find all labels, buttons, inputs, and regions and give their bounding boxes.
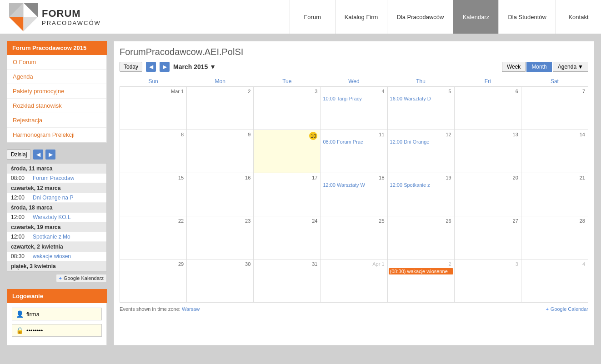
nav-tab-pracodawcy[interactable]: Dla Pracodawców xyxy=(387,0,453,34)
col-sun: Sun xyxy=(120,76,187,87)
cal-event[interactable]: (08:30) wakacje wiosenne xyxy=(389,268,453,274)
cal-day-num: 11 xyxy=(321,131,386,138)
agenda-label: Agenda xyxy=(558,64,576,70)
table-row[interactable]: 410:00 Targi Pracy xyxy=(321,87,387,130)
table-row[interactable]: 1108:00 Forum Prac xyxy=(321,130,387,173)
cal-event-link[interactable]: 12:00 Spotkanie z xyxy=(390,182,430,188)
table-row[interactable]: 13 xyxy=(454,130,521,173)
password-field: 🔒 xyxy=(12,324,102,337)
table-row[interactable]: Mar 1 xyxy=(120,87,187,130)
cal-event[interactable]: 12:00 Dni Orange xyxy=(389,139,453,145)
table-row[interactable]: 25 xyxy=(321,216,387,259)
logo-title: FORUM xyxy=(42,8,101,20)
mini-event-item[interactable]: 12:00Warsztaty KO.L xyxy=(7,213,106,222)
cal-event[interactable]: 12:00 Spotkanie z xyxy=(389,182,453,188)
mini-event-item[interactable]: 08:30wakacje wiosen xyxy=(7,252,106,261)
cal-week-row: Mar 123410:00 Targi Pracy516:00 Warsztat… xyxy=(120,87,588,130)
cal-event-link[interactable]: 16:00 Warsztaty D xyxy=(390,96,431,101)
table-row[interactable]: 7 xyxy=(521,87,588,130)
cal-event[interactable]: 16:00 Warsztaty D xyxy=(389,95,453,102)
table-row[interactable]: 1912:00 Spotkanie z xyxy=(387,173,454,216)
sidebar-item-o-forum[interactable]: O Forum xyxy=(7,55,106,70)
login-body: 👤 🔒 xyxy=(7,303,107,345)
table-row[interactable]: 29 xyxy=(120,259,187,303)
username-input[interactable] xyxy=(26,311,95,318)
cal-day-num: 6 xyxy=(456,88,520,95)
cal-event-link[interactable]: 10:00 Targi Pracy xyxy=(323,96,361,101)
table-row[interactable]: 4 xyxy=(521,259,588,303)
table-row[interactable]: 28 xyxy=(521,216,588,259)
cal-week-btn[interactable]: Week xyxy=(502,62,526,72)
cal-event[interactable]: 12:00 Warsztaty W xyxy=(321,182,386,188)
cal-event-link[interactable]: 08:00 Forum Prac xyxy=(323,139,363,145)
table-row[interactable]: 26 xyxy=(387,216,454,259)
cal-day-num: 12 xyxy=(389,131,453,138)
cal-event-link[interactable]: 12:00 Dni Orange xyxy=(390,139,430,145)
table-row[interactable]: 17 xyxy=(254,173,321,216)
table-row[interactable]: 23 xyxy=(187,216,254,259)
mini-cal-today-btn[interactable]: Dzisiaj xyxy=(7,150,31,160)
mini-event-title: Spotkanie z Mo xyxy=(33,234,70,240)
login-header: Logowanie xyxy=(7,289,107,303)
mini-cal-prev-btn[interactable]: ◀ xyxy=(33,150,43,160)
table-row[interactable]: 1212:00 Dni Orange xyxy=(387,130,454,173)
cal-event[interactable]: 10:00 Targi Pracy xyxy=(321,95,386,102)
nav-tab-studenci[interactable]: Dla Studentów xyxy=(498,0,556,34)
sidebar-item-pakiety[interactable]: Pakiety promocyjne xyxy=(7,84,106,99)
table-row[interactable]: 3 xyxy=(254,87,321,130)
mini-event-item[interactable]: 08:00Forum Pracodaw xyxy=(7,174,106,183)
mini-event-item[interactable]: 12:00Spotkanie z Mo xyxy=(7,232,106,242)
sidebar-item-agenda[interactable]: Agenda xyxy=(7,70,106,84)
cal-month-dropdown[interactable]: ▼ xyxy=(210,63,216,70)
cal-week-row: 89101108:00 Forum Prac1212:00 Dni Orange… xyxy=(120,130,588,173)
table-row[interactable]: 9 xyxy=(187,130,254,173)
cal-day-num: 16 xyxy=(188,174,252,181)
table-row[interactable]: Apr 1 xyxy=(321,259,387,303)
col-mon: Mon xyxy=(187,76,254,87)
mini-event-item[interactable]: 12:00Dni Orange na P xyxy=(7,193,106,203)
table-row[interactable]: 2 xyxy=(187,87,254,130)
google-calendar-link[interactable]: + Google Calendar xyxy=(546,306,588,312)
cal-timezone-link[interactable]: Warsaw xyxy=(182,306,200,312)
cal-day-num: 7 xyxy=(522,88,587,95)
nav-tab-forum[interactable]: Forum xyxy=(290,0,335,34)
table-row[interactable]: 24 xyxy=(254,216,321,259)
table-row[interactable]: 27 xyxy=(454,216,521,259)
table-row[interactable]: 21 xyxy=(521,173,588,216)
table-row[interactable]: 2(08:30) wakacje wiosenne xyxy=(387,259,454,303)
table-row[interactable]: 16 xyxy=(187,173,254,216)
mini-cal-next-btn[interactable]: ▶ xyxy=(45,150,55,160)
cal-day-num: 18 xyxy=(321,174,386,181)
cal-event-link[interactable]: 12:00 Warsztaty W xyxy=(323,182,365,188)
table-row[interactable]: 31 xyxy=(254,259,321,303)
cal-prev-btn[interactable]: ◀ xyxy=(146,62,156,72)
table-row[interactable]: 30 xyxy=(187,259,254,303)
google-cal-link[interactable]: + Google Kalendarz xyxy=(56,274,107,282)
table-row[interactable]: 10 xyxy=(254,130,321,173)
table-row[interactable]: 6 xyxy=(454,87,521,130)
sidebar-item-rozklad[interactable]: Rozkład stanowisk xyxy=(7,99,106,113)
mini-event-time: 12:00 xyxy=(11,194,29,201)
table-row[interactable]: 14 xyxy=(521,130,588,173)
password-input[interactable] xyxy=(26,327,95,334)
sidebar-item-harmonogram[interactable]: Harmonogram Prelekcji xyxy=(7,128,106,142)
mini-event-day: środa, 18 marca xyxy=(7,203,106,213)
cal-next-btn[interactable]: ▶ xyxy=(160,62,170,72)
cal-agenda-btn[interactable]: Agenda ▼ xyxy=(553,62,588,72)
nav-tab-kalendarz[interactable]: Kalendarz xyxy=(453,0,498,34)
table-row[interactable]: 1812:00 Warsztaty W xyxy=(321,173,387,216)
cal-day-num: 13 xyxy=(456,131,520,138)
nav-tab-kontakt[interactable]: Kontakt xyxy=(556,0,601,34)
table-row[interactable]: 15 xyxy=(120,173,187,216)
sidebar-item-rejestracja[interactable]: Rejestracja xyxy=(7,113,106,128)
table-row[interactable]: 516:00 Warsztaty D xyxy=(387,87,454,130)
table-row[interactable]: 22 xyxy=(120,216,187,259)
cal-month-btn[interactable]: Month xyxy=(526,62,551,72)
table-row[interactable]: 3 xyxy=(454,259,521,303)
cal-today-btn[interactable]: Today xyxy=(120,62,142,72)
table-row[interactable]: 20 xyxy=(454,173,521,216)
nav-tab-katalog[interactable]: Katalog Firm xyxy=(335,0,387,34)
table-row[interactable]: 8 xyxy=(120,130,187,173)
mini-event-title: Dni Orange na P xyxy=(33,194,73,201)
cal-event[interactable]: 08:00 Forum Prac xyxy=(321,139,386,145)
